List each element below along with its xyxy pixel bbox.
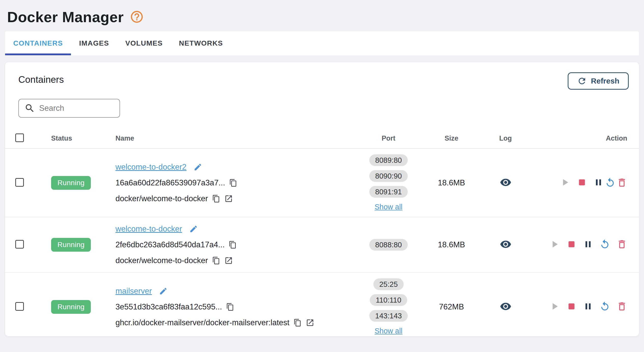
restart-icon	[599, 301, 610, 312]
status-badge: Running	[51, 238, 91, 252]
port-chip: 8088:80	[369, 239, 408, 251]
containers-table: Status Name Port Size Log Action Running…	[5, 128, 639, 336]
restart-icon	[599, 239, 610, 250]
container-name-link[interactable]: mailserver	[115, 285, 152, 297]
search-icon	[24, 103, 35, 114]
port-chip: 143:143	[369, 310, 408, 322]
stop-button[interactable]	[566, 301, 577, 312]
copy-icon[interactable]	[212, 195, 220, 203]
copy-icon[interactable]	[212, 256, 220, 265]
pause-button[interactable]	[593, 177, 604, 187]
trash-icon	[617, 239, 627, 250]
delete-button[interactable]	[617, 177, 627, 188]
copy-icon[interactable]	[226, 303, 234, 311]
container-id: 2fe6dbc263a6d8d540da17a4...	[115, 239, 225, 251]
edit-icon[interactable]	[194, 163, 202, 171]
container-size: 18.6MB	[438, 240, 465, 249]
play-icon	[559, 177, 570, 188]
view-log-button[interactable]	[500, 301, 511, 312]
container-name-link[interactable]: welcome-to-docker	[115, 223, 182, 235]
restart-button[interactable]	[605, 177, 616, 188]
start-button[interactable]	[559, 177, 570, 188]
port-chip: 8090:90	[369, 170, 408, 182]
header-log: Log	[476, 134, 535, 142]
header-status: Status	[38, 134, 104, 142]
play-icon	[549, 239, 560, 250]
eye-icon	[500, 238, 511, 250]
stop-icon	[577, 177, 587, 187]
copy-icon[interactable]	[294, 319, 302, 327]
trash-icon	[617, 301, 627, 312]
stop-button[interactable]	[566, 239, 577, 249]
tab-containers[interactable]: CONTAINERS	[5, 31, 71, 55]
header-action: Action	[535, 134, 639, 142]
eye-icon	[500, 301, 511, 312]
start-button[interactable]	[549, 239, 560, 250]
table-row: Running mailserver 3e551d3b3ca6f83faa12c…	[5, 273, 639, 336]
view-log-button[interactable]	[500, 238, 511, 250]
port-chip: 8091:91	[369, 186, 408, 198]
refresh-button[interactable]: Refresh	[568, 72, 629, 90]
restart-button[interactable]	[599, 301, 610, 312]
table-row: Running welcome-to-docker 2fe6dbc263a6d8…	[5, 217, 639, 273]
container-image: docker/welcome-to-docker	[115, 254, 208, 267]
page-title: Docker Manager	[7, 8, 124, 25]
pause-icon	[583, 301, 593, 312]
table-header-row: Status Name Port Size Log Action	[5, 128, 639, 149]
copy-icon[interactable]	[229, 179, 237, 187]
view-log-button[interactable]	[500, 177, 511, 188]
start-button[interactable]	[549, 301, 560, 312]
status-badge: Running	[51, 176, 91, 190]
port-chip: 8089:80	[369, 154, 408, 166]
status-badge: Running	[51, 300, 91, 314]
trash-icon	[617, 177, 627, 188]
container-image: ghcr.io/docker-mailserver/docker-mailser…	[115, 317, 289, 329]
refresh-icon	[577, 76, 587, 86]
search-input[interactable]	[39, 104, 115, 113]
containers-panel: Containers Refresh Status Name Port Size…	[5, 62, 639, 336]
stop-button[interactable]	[577, 177, 587, 187]
pause-icon	[593, 177, 604, 187]
edit-icon[interactable]	[189, 225, 198, 233]
header-name: Name	[104, 134, 350, 142]
container-size: 18.6MB	[438, 178, 465, 187]
play-icon	[549, 301, 560, 312]
copy-icon[interactable]	[229, 241, 237, 249]
port-chip: 110:110	[370, 294, 407, 306]
open-in-new-icon[interactable]	[306, 318, 314, 327]
tab-images[interactable]: IMAGES	[71, 31, 117, 55]
show-all-link[interactable]: Show all	[375, 327, 403, 335]
stop-icon	[566, 239, 577, 249]
help-icon[interactable]	[130, 10, 144, 24]
page-header: Docker Manager	[0, 0, 644, 26]
pause-button[interactable]	[583, 239, 593, 249]
pause-icon	[583, 239, 593, 249]
restart-icon	[605, 177, 616, 188]
header-size: Size	[427, 134, 476, 142]
open-in-new-icon[interactable]	[224, 256, 233, 265]
row-checkbox[interactable]	[15, 302, 24, 311]
search-box	[18, 99, 120, 118]
container-image: docker/welcome-to-docker	[115, 193, 208, 205]
container-id: 3e551d3b3ca6f83faa12c595...	[115, 301, 222, 313]
show-all-link[interactable]: Show all	[375, 203, 403, 211]
tab-bar: CONTAINERS IMAGES VOLUMES NETWORKS	[5, 31, 639, 55]
stop-icon	[566, 301, 577, 312]
panel-heading: Containers	[18, 72, 64, 85]
select-all-checkbox[interactable]	[15, 133, 24, 142]
row-checkbox[interactable]	[15, 178, 24, 187]
header-port: Port	[350, 134, 427, 142]
open-in-new-icon[interactable]	[224, 194, 233, 203]
pause-button[interactable]	[583, 301, 593, 312]
delete-button[interactable]	[617, 301, 627, 312]
tab-volumes[interactable]: VOLUMES	[117, 31, 171, 55]
table-row: Running welcome-to-docker2 16a6a60d22fa8…	[5, 149, 639, 217]
restart-button[interactable]	[599, 239, 610, 250]
delete-button[interactable]	[617, 239, 627, 250]
port-chip: 25:25	[373, 278, 404, 290]
container-name-link[interactable]: welcome-to-docker2	[115, 161, 186, 173]
edit-icon[interactable]	[159, 287, 168, 295]
container-size: 762MB	[439, 302, 464, 311]
row-checkbox[interactable]	[15, 240, 24, 249]
tab-networks[interactable]: NETWORKS	[171, 31, 231, 55]
